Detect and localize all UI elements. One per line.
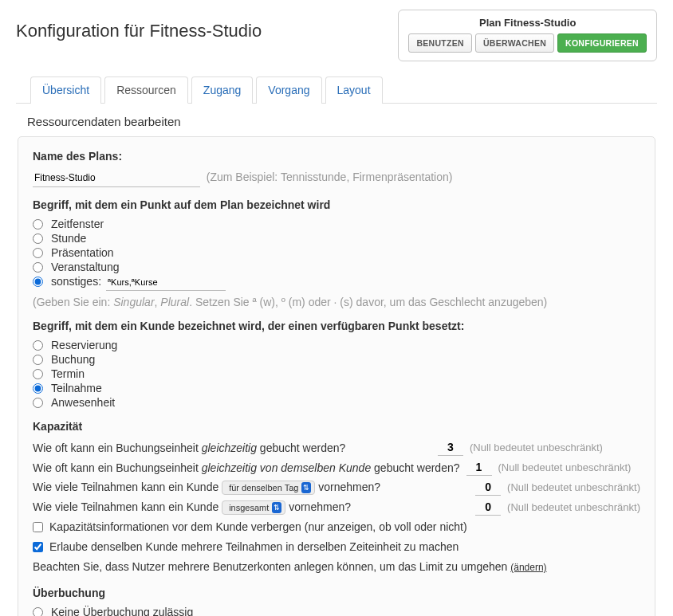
capacity-title: Kapazität	[33, 420, 640, 433]
point-term-label: Begriff, mit dem ein Punkt auf dem Plan …	[33, 198, 640, 211]
chevron-updown-icon: ⇅	[301, 482, 311, 493]
radio-anwesenheit[interactable]	[33, 398, 43, 408]
capacity-note: Beachten Sie, dass Nutzer mehrere Benutz…	[33, 559, 640, 575]
radio-label[interactable]: Teilnahme	[51, 382, 102, 394]
tabs: Übersicht Ressourcen Zugang Vorgang Layo…	[16, 76, 657, 104]
cap-row1-input[interactable]	[438, 439, 463, 456]
cap-row1-label: Wie oft kann ein Buchungseinheit gleichz…	[33, 441, 431, 454]
plan-box-title: Plan Fitness-Studio	[408, 17, 647, 29]
tab-resources[interactable]: Ressourcen	[104, 77, 188, 104]
plan-name-input[interactable]	[33, 171, 200, 187]
plan-name-hint: (Zum Beispiel: Tennisstunde, Firmenpräse…	[207, 171, 453, 183]
radio-praesentation[interactable]	[33, 248, 43, 258]
radio-zeitfenster[interactable]	[33, 219, 43, 230]
radio-reservierung[interactable]	[33, 340, 43, 351]
other-term-hint: (Geben Sie ein: Singular, Plural. Setzen…	[33, 296, 547, 308]
radio-label[interactable]: Veranstaltung	[51, 261, 120, 273]
radio-label[interactable]: Keine Überbuchung zulässig	[51, 606, 193, 616]
cap-hint: (Null bedeutet unbeschränkt)	[498, 461, 632, 473]
plan-box: Plan Fitness-Studio Benutzen Überwachen …	[398, 10, 657, 61]
cap-row3-select[interactable]: für denselben Tag⇅	[222, 481, 315, 495]
cap-row2-label: Wie oft kann ein Buchungseinheit gleichz…	[33, 461, 460, 474]
cap-row4-input[interactable]	[475, 499, 501, 516]
cap-row4-select[interactable]: insgesamt⇅	[222, 500, 285, 515]
radio-label[interactable]: Termin	[51, 367, 85, 380]
name-label: Name des Plans:	[33, 150, 640, 163]
radio-label[interactable]: Zeitfenster	[51, 218, 104, 230]
radio-termin[interactable]	[33, 369, 43, 379]
radio-teilnahme[interactable]	[33, 383, 43, 394]
tab-process[interactable]: Vorgang	[256, 77, 321, 104]
allow-multi-checkbox[interactable]	[33, 542, 43, 552]
section-subheading: Ressourcendaten bearbeiten	[27, 115, 657, 128]
radio-label[interactable]: Stunde	[51, 232, 86, 245]
cap-row4-label: Wie viele Teilnahmen kann ein Kunde insg…	[33, 500, 351, 515]
radio-veranstaltung[interactable]	[33, 262, 43, 273]
cap-hint: (Null bedeutet unbeschränkt)	[507, 501, 640, 513]
radio-no-overbook[interactable]	[33, 607, 43, 616]
use-button[interactable]: Benutzen	[408, 33, 472, 53]
tab-overview[interactable]: Übersicht	[30, 77, 101, 104]
cap-row3-label: Wie viele Teilnahmen kann ein Kunde für …	[33, 481, 380, 495]
hide-capacity-label[interactable]: Kapazitätsinformationen vor dem Kunde ve…	[49, 520, 467, 533]
radio-buchung[interactable]	[33, 355, 43, 365]
radio-label[interactable]: sonstiges:	[51, 275, 101, 288]
watch-button[interactable]: Überwachen	[475, 33, 554, 53]
config-panel: Name des Plans: (Zum Beispiel: Tennisstu…	[18, 136, 655, 616]
customer-term-label: Begriff, mit dem ein Kunde bezeichnet wi…	[33, 320, 640, 332]
page-title: Konfiguration für Fitness-Studio	[16, 21, 262, 41]
configure-button[interactable]: Konfigurieren	[557, 33, 647, 53]
hide-capacity-checkbox[interactable]	[33, 522, 43, 532]
cap-row2-input[interactable]	[466, 459, 492, 476]
radio-label[interactable]: Anwesenheit	[51, 396, 115, 409]
overbook-title: Überbuchung	[33, 587, 640, 599]
cap-row3-input[interactable]	[475, 479, 501, 496]
tab-layout[interactable]: Layout	[325, 77, 383, 104]
radio-sonstiges[interactable]	[33, 277, 43, 287]
cap-hint: (Null bedeutet unbeschränkt)	[507, 481, 640, 493]
radio-label[interactable]: Reservierung	[51, 339, 117, 351]
other-term-input[interactable]	[106, 276, 226, 291]
tab-access[interactable]: Zugang	[191, 77, 253, 104]
radio-stunde[interactable]	[33, 233, 43, 244]
allow-multi-label[interactable]: Erlaube denselben Kunde mehrere Teilnahm…	[49, 540, 459, 553]
radio-label[interactable]: Präsentation	[51, 246, 114, 259]
change-link[interactable]: (ändern)	[510, 562, 546, 573]
chevron-updown-icon: ⇅	[272, 502, 281, 513]
cap-hint: (Null bedeutet unbeschränkt)	[470, 441, 603, 453]
radio-label[interactable]: Buchung	[51, 353, 95, 366]
